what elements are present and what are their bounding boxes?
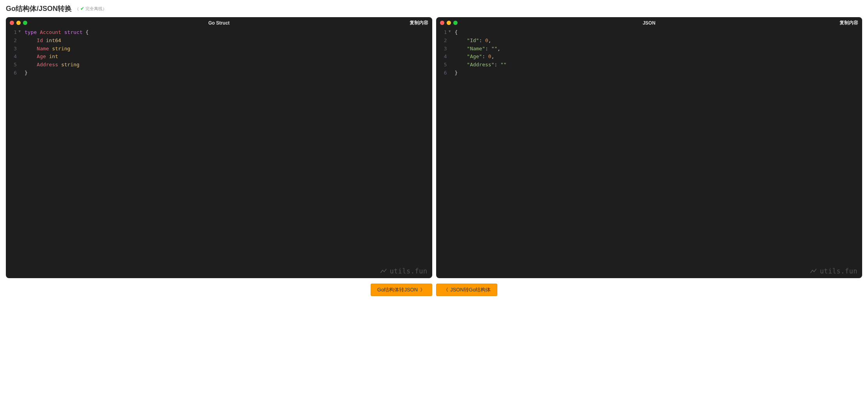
close-icon — [10, 21, 14, 25]
code-line: Name string — [25, 45, 432, 53]
copy-button-right[interactable]: 复制内容 — [840, 20, 858, 26]
chart-icon — [810, 267, 817, 275]
fold-icon[interactable]: ▼ — [19, 28, 21, 34]
line-number: 5 — [436, 61, 447, 69]
page-header: Go结构体/JSON转换 （ ✔ 完全离线） — [6, 4, 862, 13]
panel-header-right: JSON 复制内容 — [436, 17, 863, 28]
code-editor-right[interactable]: 1▼23456 { "Id": 0, "Name": "", "Age": 0,… — [436, 28, 863, 278]
traffic-lights — [440, 21, 458, 25]
watermark-left: utils.fun — [380, 267, 428, 275]
line-number: 6 — [436, 69, 447, 77]
code-editor-left[interactable]: 1▼23456 type Account struct { Id int64 N… — [6, 28, 432, 278]
line-number: 4 — [436, 53, 447, 61]
convert-to-struct-button[interactable]: 《 JSON转Go结构体 — [436, 284, 498, 296]
code-line: Address string — [25, 61, 432, 69]
panel-header-left: Go Struct 复制内容 — [6, 17, 432, 28]
line-number: 5 — [6, 61, 17, 69]
line-number: 1▼ — [6, 28, 17, 37]
close-icon — [440, 21, 444, 25]
panel-title-left: Go Struct — [208, 20, 230, 26]
line-number: 3 — [436, 45, 447, 53]
code-line: type Account struct { — [25, 28, 432, 37]
arrow-right-icon: 》 — [420, 287, 425, 293]
minimize-icon — [447, 21, 451, 25]
line-number: 3 — [6, 45, 17, 53]
line-number: 4 — [6, 53, 17, 61]
code-line: "Id": 0, — [455, 37, 863, 45]
arrow-left-icon: 《 — [444, 287, 448, 293]
code-line: } — [455, 69, 863, 77]
maximize-icon — [453, 21, 458, 25]
traffic-lights — [10, 21, 27, 25]
go-struct-panel: Go Struct 复制内容 1▼23456 type Account stru… — [6, 17, 432, 278]
copy-button-left[interactable]: 复制内容 — [410, 20, 428, 26]
code-line: "Name": "", — [455, 45, 863, 53]
code-line: Age int — [25, 53, 432, 61]
chart-icon — [380, 267, 387, 275]
code-line: Id int64 — [25, 37, 432, 45]
convert-to-json-button[interactable]: Go结构体转JSON 》 — [371, 284, 432, 296]
json-panel: JSON 复制内容 1▼23456 { "Id": 0, "Name": "",… — [436, 17, 863, 278]
editor-panels: Go Struct 复制内容 1▼23456 type Account stru… — [6, 17, 862, 278]
action-bar: Go结构体转JSON 》 《 JSON转Go结构体 — [6, 284, 862, 296]
line-number: 1▼ — [436, 28, 447, 37]
watermark-right: utils.fun — [810, 267, 857, 275]
code-line: "Address": "" — [455, 61, 863, 69]
check-icon: ✔ — [80, 6, 84, 11]
line-number: 2 — [6, 37, 17, 45]
fold-icon[interactable]: ▼ — [449, 28, 451, 34]
offline-badge: （ ✔ 完全离线） — [75, 6, 107, 12]
panel-title-right: JSON — [643, 20, 656, 26]
code-line: "Age": 0, — [455, 53, 863, 61]
minimize-icon — [16, 21, 21, 25]
code-line: { — [455, 28, 863, 37]
line-number: 6 — [6, 69, 17, 77]
maximize-icon — [23, 21, 27, 25]
line-number: 2 — [436, 37, 447, 45]
page-title: Go结构体/JSON转换 — [6, 4, 72, 13]
code-line: } — [25, 69, 432, 77]
